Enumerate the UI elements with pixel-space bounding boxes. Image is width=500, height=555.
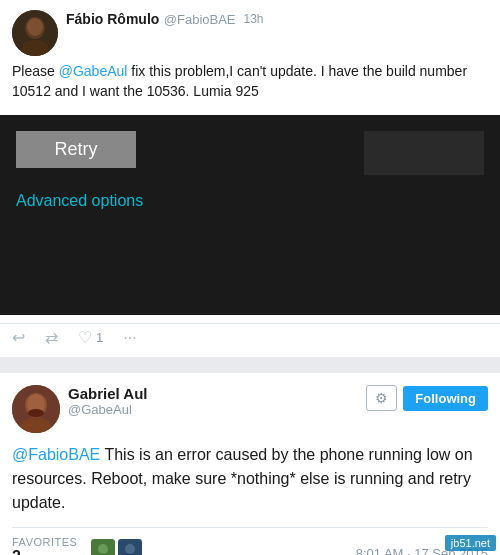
gabriel-user-info: Gabriel Aul @GabeAul xyxy=(68,385,147,417)
favorites-label: FAVORITES xyxy=(12,536,77,548)
mention-fabio[interactable]: @FabioBAE xyxy=(12,446,100,463)
like-count: 1 xyxy=(96,330,103,345)
reply-action[interactable]: ↩ xyxy=(12,328,25,347)
advanced-options-label[interactable]: Advanced options xyxy=(16,192,484,210)
fabio-display-name[interactable]: Fábio Rômulo xyxy=(66,11,159,27)
retweet-icon: ⇄ xyxy=(45,328,58,347)
svg-point-13 xyxy=(125,544,135,554)
reply-icon: ↩ xyxy=(12,328,25,347)
settings-button[interactable]: ⚙ xyxy=(366,385,397,411)
gabriel-avatar[interactable] xyxy=(12,385,60,433)
more-icon: ··· xyxy=(123,329,136,347)
fabio-username[interactable]: @FabioBAE xyxy=(164,12,236,27)
watermark: jb51.net xyxy=(445,535,496,551)
like-icon: ♡ xyxy=(78,328,92,347)
first-tweet-actions: ↩ ⇄ ♡ 1 ··· xyxy=(0,323,500,357)
second-tweet: Gabriel Aul @GabeAul ⚙ Following @FabioB… xyxy=(0,373,500,555)
gabriel-tweet-text: @FabioBAE This is an error caused by the… xyxy=(12,443,488,515)
fabio-avatar[interactable] xyxy=(12,10,58,56)
gabriel-display-name[interactable]: Gabriel Aul xyxy=(68,385,147,402)
dark-block xyxy=(364,131,484,175)
favorites-avatars xyxy=(91,539,142,555)
first-tweet-time: 13h xyxy=(244,12,264,26)
tweet-divider xyxy=(0,365,500,373)
second-tweet-header: Gabriel Aul @GabeAul ⚙ Following xyxy=(12,385,488,433)
first-tweet-text: Please @GabeAul fix this problem,I can't… xyxy=(12,62,488,101)
like-action[interactable]: ♡ 1 xyxy=(78,328,103,347)
first-tweet: Fábio Rômulo @FabioBAE 13h Please @GabeA… xyxy=(0,0,500,357)
gabriel-username[interactable]: @GabeAul xyxy=(68,402,147,417)
favorites-count: 2 xyxy=(12,548,77,555)
gabriel-controls: ⚙ Following xyxy=(366,385,488,411)
fabio-user-info: Fábio Rômulo @FabioBAE 13h xyxy=(66,10,488,28)
first-tweet-header: Fábio Rômulo @FabioBAE 13h xyxy=(12,10,488,56)
following-button[interactable]: Following xyxy=(403,386,488,411)
gear-icon: ⚙ xyxy=(375,390,388,406)
svg-point-8 xyxy=(28,409,44,417)
retry-button[interactable]: Retry xyxy=(16,131,136,168)
favorites-meta: FAVORITES 2 xyxy=(12,536,77,555)
fav-avatar-1[interactable] xyxy=(91,539,115,555)
svg-point-10 xyxy=(98,544,108,554)
fav-avatar-2[interactable] xyxy=(118,539,142,555)
retweet-action[interactable]: ⇄ xyxy=(45,328,58,347)
favorites-section: FAVORITES 2 8:01 AM · 17 Sep 2015 xyxy=(12,527,488,555)
tweet-screenshot: Retry Advanced options xyxy=(0,115,500,315)
more-action[interactable]: ··· xyxy=(123,329,136,347)
svg-point-3 xyxy=(27,18,43,36)
first-tweet-body: Fábio Rômulo @FabioBAE 13h Please @GabeA… xyxy=(0,0,500,115)
mention-gabeaul[interactable]: @GabeAul xyxy=(59,63,128,79)
